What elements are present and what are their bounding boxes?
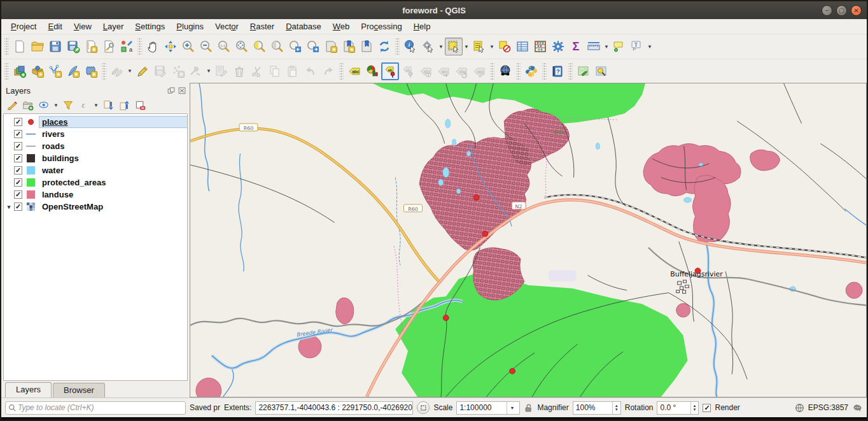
statistical-summary-button[interactable]: Σ	[567, 38, 585, 55]
spinner-arrows-icon[interactable]: ▲▼	[690, 402, 699, 414]
zoom-in-button[interactable]	[179, 38, 197, 55]
remove-layer-button[interactable]	[132, 98, 148, 112]
zoom-out-button[interactable]	[197, 38, 215, 55]
field-calculator-button[interactable]	[531, 38, 549, 55]
refresh-button[interactable]	[375, 38, 393, 55]
show-bookmarks-button[interactable]	[358, 38, 375, 55]
layer-styling-button[interactable]	[4, 98, 20, 112]
measure-button[interactable]	[585, 38, 603, 55]
modify-attributes-button[interactable]	[213, 62, 230, 80]
menu-project[interactable]: Project	[5, 20, 42, 32]
layer-visibility-checkbox[interactable]: ✓	[14, 130, 22, 138]
menu-edit[interactable]: Edit	[42, 20, 67, 32]
current-edits-button[interactable]	[108, 62, 126, 80]
open-attribute-table-button[interactable]	[514, 38, 531, 55]
metasearch-button[interactable]	[496, 62, 514, 80]
highlight-pinned-labels-button[interactable]: ab	[399, 62, 417, 80]
layer-item-OpenStreetMap[interactable]: ▾✓OpenStreetMap	[4, 201, 187, 213]
tab-browser[interactable]: Browser	[53, 383, 105, 397]
paste-features-button[interactable]	[284, 62, 302, 80]
spinner-arrows-icon[interactable]: ▲▼	[612, 402, 620, 414]
cut-features-button[interactable]	[248, 62, 266, 80]
globe-crs-icon[interactable]	[795, 403, 804, 413]
zoom-full-button[interactable]	[233, 38, 251, 55]
delete-selected-button[interactable]	[230, 62, 248, 80]
run-feature-action-dropdown[interactable]: ▼	[437, 38, 445, 55]
menu-layer[interactable]: Layer	[97, 20, 130, 32]
locate-box[interactable]	[5, 401, 186, 415]
menu-plugins[interactable]: Plugins	[171, 20, 209, 32]
measure-dropdown[interactable]: ▼	[603, 38, 610, 55]
filter-expression-dropdown[interactable]: ▼	[92, 96, 100, 114]
add-group-button[interactable]	[20, 98, 36, 112]
collapse-all-button[interactable]	[116, 98, 132, 112]
panel-close-icon[interactable]	[178, 86, 186, 95]
zoom-to-layer-button[interactable]	[269, 38, 286, 55]
layer-visibility-checkbox[interactable]: ✓	[14, 118, 22, 126]
zoom-to-selection-button[interactable]	[251, 38, 269, 55]
text-annotation-button[interactable]: T	[628, 38, 646, 55]
osm-tools-button[interactable]	[592, 62, 610, 80]
layer-item-rivers[interactable]: ✓rivers	[4, 128, 187, 140]
save-project-button[interactable]	[46, 38, 64, 55]
layer-labeling-button[interactable]: abc	[346, 62, 363, 80]
layer-item-places[interactable]: ✓places	[4, 116, 187, 128]
layer-visibility-checkbox[interactable]: ✓	[14, 142, 22, 150]
menu-raster[interactable]: Raster	[244, 20, 280, 32]
identify-features-button[interactable]: i	[402, 38, 419, 55]
new-spatialite-button[interactable]	[64, 62, 82, 80]
new-3d-map-view-button[interactable]	[340, 38, 358, 55]
select-by-form-button[interactable]	[470, 38, 488, 55]
locate-input[interactable]	[17, 403, 183, 413]
move-label-button[interactable]: abc	[435, 62, 452, 80]
data-source-manager-button[interactable]	[11, 62, 29, 80]
redo-button[interactable]	[319, 62, 337, 80]
chevron-down-icon[interactable]: ▼	[507, 402, 517, 414]
menu-settings[interactable]: Settings	[129, 20, 171, 32]
menu-database[interactable]: Database	[280, 20, 327, 32]
vertex-tool-dropdown[interactable]: ▼	[205, 62, 213, 80]
new-shapefile-button[interactable]	[46, 62, 64, 80]
layer-visibility-checkbox[interactable]: ✓	[14, 203, 22, 211]
scale-combobox[interactable]: 1:100000▼	[456, 401, 520, 415]
maximize-button[interactable]: ▢	[836, 5, 847, 16]
layer-item-landuse[interactable]: ✓landuse	[4, 189, 187, 201]
menu-web[interactable]: Web	[327, 20, 356, 32]
osm-place-search-button[interactable]	[575, 62, 592, 80]
manage-themes-dropdown[interactable]: ▼	[52, 96, 60, 114]
pan-to-selection-button[interactable]	[162, 38, 179, 55]
vertex-tool-button[interactable]	[187, 62, 205, 80]
layer-item-roads[interactable]: ✓roads	[4, 140, 187, 152]
lock-icon[interactable]	[524, 403, 533, 413]
layer-tree[interactable]: ✓places✓rivers✓roads✓buildings✓water✓pro…	[3, 113, 188, 381]
magnifier-spinbox[interactable]: 100%▲▼	[573, 401, 621, 415]
menu-processing[interactable]: Processing	[355, 20, 407, 32]
layer-item-buildings[interactable]: ✓buildings	[4, 152, 187, 164]
zoom-next-button[interactable]	[304, 38, 322, 55]
open-project-button[interactable]	[29, 38, 46, 55]
pan-map-button[interactable]	[144, 38, 162, 55]
menu-view[interactable]: View	[68, 20, 97, 32]
processing-toolbox-button[interactable]	[549, 38, 567, 55]
new-project-button[interactable]	[11, 38, 29, 55]
extents-refresh-button[interactable]	[417, 401, 430, 414]
manage-themes-button[interactable]	[36, 98, 52, 112]
save-project-as-button[interactable]	[64, 38, 82, 55]
map-tips-button[interactable]	[610, 38, 628, 55]
show-hide-labels-button[interactable]: abc	[417, 62, 435, 80]
filter-legend-button[interactable]	[60, 98, 76, 112]
messages-icon[interactable]	[852, 403, 863, 413]
rotate-label-button[interactable]: abc	[452, 62, 470, 80]
layer-item-protected_areas[interactable]: ✓protected_areas	[4, 176, 187, 189]
zoom-native-button[interactable]: 1:1	[215, 38, 233, 55]
add-feature-button[interactable]	[169, 62, 187, 80]
style-manager-button[interactable]: a	[118, 38, 136, 55]
python-console-button[interactable]	[522, 62, 540, 80]
current-edits-dropdown[interactable]: ▼	[126, 62, 134, 80]
panel-float-icon[interactable]	[167, 86, 176, 95]
run-feature-action-button[interactable]	[419, 38, 437, 55]
layer-item-water[interactable]: ✓water	[4, 164, 187, 176]
new-virtual-layer-button[interactable]	[82, 62, 100, 80]
layer-visibility-checkbox[interactable]: ✓	[14, 154, 22, 162]
rotation-spinbox[interactable]: 0.0 °▲▼	[657, 401, 699, 415]
